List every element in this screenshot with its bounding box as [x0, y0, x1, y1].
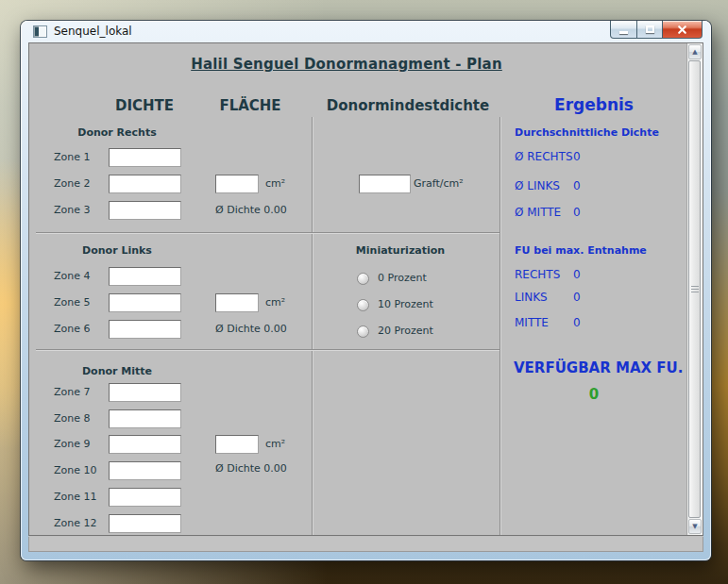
app-window: Senquel_lokal Halil Senguel Donorman — [21, 21, 711, 560]
zone-9-input[interactable] — [109, 435, 181, 454]
zone-12-label: Zone 12 — [54, 514, 97, 533]
avg-links-label: Ø LINKS — [515, 179, 560, 192]
zone-10-input[interactable] — [109, 461, 181, 480]
avg-dichte-links-value: 0.00 — [263, 323, 287, 335]
flaeche-rechts-input[interactable] — [215, 175, 259, 193]
flaeche-links-input[interactable] — [215, 293, 259, 312]
avg-dichte-mitte-value: 0.00 — [263, 462, 287, 475]
app-window-icon[interactable] — [33, 25, 47, 38]
zone-9-label: Zone 9 — [54, 435, 91, 454]
form-scroll-panel: Halil Senguel Donormanagment - Plan DICH… — [28, 42, 703, 536]
donormindestdichte-input[interactable] — [359, 175, 411, 193]
fu-rechts-value: 0 — [573, 268, 581, 281]
column-header-dichte: DICHTE — [115, 97, 174, 114]
avg-dichte-links: Ø Dichte 0.00 — [215, 320, 287, 339]
zone-7-label: Zone 7 — [54, 383, 91, 402]
divider-vertical-2 — [499, 117, 500, 535]
radio-20-prozent-label[interactable]: 20 Prozent — [378, 322, 433, 341]
zone-8-label: Zone 8 — [54, 409, 91, 428]
avg-mitte-value: 0 — [573, 206, 581, 219]
scrollbar-grip-icon — [691, 286, 699, 293]
avg-links-value: 0 — [573, 179, 581, 192]
minimize-button[interactable] — [610, 21, 637, 39]
durchschnitt-title: Durchschnittliche Dichte — [515, 126, 659, 139]
section-title-donor-mitte: Donor Mitte — [82, 362, 152, 381]
vertical-scrollbar[interactable]: ▲ ▼ — [686, 43, 703, 535]
maximize-button[interactable] — [637, 21, 663, 39]
avg-dichte-rechts-label: Ø Dichte — [215, 204, 261, 216]
zone-1-input[interactable] — [109, 148, 181, 167]
zone-2-input[interactable] — [109, 175, 181, 193]
window-client-area: Halil Senguel Donormanagment - Plan DICH… — [28, 42, 703, 552]
section-title-donor-rechts: Donor Rechts — [77, 124, 156, 142]
zone-3-input[interactable] — [109, 201, 181, 220]
column-header-donormindestdichte: Donormindestdichte — [327, 97, 489, 114]
donormindestdichte-unit: Graft/cm² — [414, 175, 464, 193]
max-fu-value: 0 — [586, 386, 601, 403]
zone-11-input[interactable] — [109, 488, 181, 507]
window-title: Senquel_lokal — [54, 25, 132, 38]
scrollbar-thumb[interactable] — [688, 60, 701, 518]
minimize-icon — [619, 31, 628, 34]
form-content: Halil Senguel Donormanagment - Plan DICH… — [29, 43, 686, 535]
flaeche-links-unit: cm² — [265, 293, 285, 312]
window-controls — [610, 21, 703, 39]
zone-6-label: Zone 6 — [54, 320, 91, 339]
flaeche-mitte-unit: cm² — [265, 435, 285, 454]
divider-vertical-1 — [312, 117, 313, 535]
close-icon — [677, 25, 687, 35]
zone-4-input[interactable] — [109, 267, 181, 286]
zone-6-input[interactable] — [109, 320, 181, 339]
fu-links-value: 0 — [573, 291, 581, 304]
avg-dichte-links-label: Ø Dichte — [215, 323, 261, 335]
avg-rechts-value: 0 — [573, 150, 581, 163]
fu-links-label: LINKS — [515, 291, 548, 304]
divider-horizontal-1 — [36, 232, 499, 233]
zone-8-input[interactable] — [109, 409, 181, 428]
column-header-flaeche: FLÄCHE — [219, 97, 280, 114]
flaeche-mitte-input[interactable] — [215, 435, 259, 454]
zone-7-input[interactable] — [109, 383, 181, 402]
zone-11-label: Zone 11 — [54, 488, 97, 507]
zone-5-label: Zone 5 — [54, 293, 91, 312]
fu-mitte-label: MITTE — [515, 316, 549, 329]
zone-4-label: Zone 4 — [54, 267, 91, 286]
zone-10-label: Zone 10 — [54, 461, 97, 480]
close-button[interactable] — [663, 21, 703, 39]
zone-3-label: Zone 3 — [54, 201, 91, 220]
radio-10-prozent-label[interactable]: 10 Prozent — [378, 295, 433, 314]
avg-dichte-rechts-value: 0.00 — [263, 204, 287, 216]
desktop-background: Senquel_lokal Halil Senguel Donorman — [0, 0, 728, 584]
zone-1-label: Zone 1 — [54, 148, 91, 167]
radio-20-prozent[interactable] — [357, 325, 369, 338]
fu-title: FU bei max. Entnahme — [515, 244, 647, 257]
avg-dichte-rechts: Ø Dichte 0.00 — [215, 201, 287, 220]
fu-rechts-label: RECHTS — [515, 268, 560, 281]
section-title-donor-links: Donor Links — [82, 242, 152, 260]
fu-mitte-value: 0 — [573, 316, 581, 329]
avg-mitte-label: Ø MITTE — [515, 206, 561, 219]
divider-horizontal-2 — [36, 349, 499, 350]
max-fu-title: VERFÜGBAR MAX FU. — [514, 359, 683, 376]
radio-0-prozent[interactable] — [357, 273, 369, 285]
window-titlebar[interactable]: Senquel_lokal — [21, 21, 711, 42]
avg-dichte-mitte: Ø Dichte 0.00 — [215, 459, 287, 478]
miniaturization-title: Miniaturization — [356, 242, 445, 260]
scroll-up-icon: ▲ — [692, 48, 697, 56]
column-header-ergebnis: Ergebnis — [554, 95, 634, 114]
scrollbar-up-button[interactable]: ▲ — [688, 44, 702, 59]
radio-0-prozent-label[interactable]: 0 Prozent — [378, 269, 427, 288]
flaeche-rechts-unit: cm² — [265, 175, 285, 193]
page-title: Halil Senguel Donormanagment - Plan — [29, 56, 664, 73]
form-bottom-strip — [28, 537, 703, 552]
radio-10-prozent[interactable] — [357, 299, 369, 311]
zone-5-input[interactable] — [109, 293, 181, 312]
avg-rechts-label: Ø RECHTS — [515, 150, 573, 163]
scroll-down-icon: ▼ — [692, 523, 697, 530]
scrollbar-down-button[interactable]: ▼ — [688, 519, 702, 534]
avg-dichte-mitte-label: Ø Dichte — [215, 462, 261, 475]
zone-12-input[interactable] — [109, 514, 181, 533]
maximize-icon — [646, 25, 654, 33]
zone-2-label: Zone 2 — [54, 175, 91, 193]
